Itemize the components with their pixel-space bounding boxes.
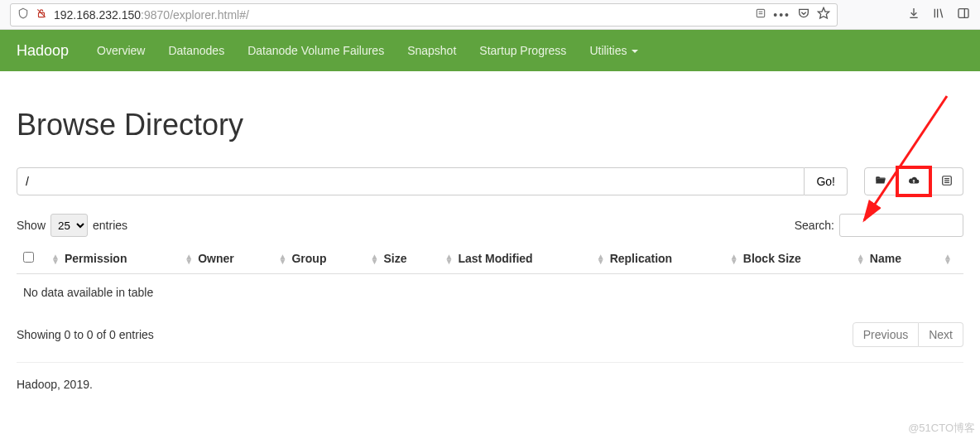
nav-overview[interactable]: Overview — [97, 44, 145, 57]
path-input[interactable] — [17, 167, 805, 195]
url-host: 192.168.232.150 — [54, 8, 141, 22]
sort-icon — [278, 254, 288, 264]
sort-icon — [944, 254, 954, 264]
url-box[interactable]: 192.168.232.150:9870/explorer.html#/ ••• — [10, 3, 838, 27]
col-last-modified[interactable]: Last Modified — [438, 244, 589, 274]
shield-icon — [17, 7, 29, 22]
download-icon[interactable] — [907, 7, 920, 22]
prev-page[interactable]: Previous — [853, 322, 919, 347]
entries-label: entries — [93, 219, 127, 232]
browser-right-icons — [907, 7, 970, 22]
nav-snapshot[interactable]: Snapshot — [407, 44, 456, 57]
ellipsis-icon[interactable]: ••• — [773, 8, 790, 22]
table-footer: Showing 0 to 0 of 0 entries Previous Nex… — [17, 322, 963, 363]
col-name[interactable]: Name — [850, 244, 937, 274]
search-input[interactable] — [839, 214, 963, 237]
col-group[interactable]: Group — [271, 244, 363, 274]
open-folder-button[interactable] — [864, 167, 897, 195]
reader-icon[interactable] — [755, 7, 766, 22]
empty-message: No data available in table — [17, 274, 963, 311]
upload-cloud-icon — [907, 175, 920, 189]
sort-icon — [597, 254, 607, 264]
library-icon[interactable] — [932, 7, 945, 22]
sort-icon — [730, 254, 740, 264]
search-control: Search: — [795, 214, 963, 237]
url-rest: :9870/explorer.html#/ — [141, 8, 249, 22]
page-container: Browse Directory Go! — [0, 71, 980, 399]
nav-volume-failures[interactable]: Datanode Volume Failures — [247, 44, 384, 57]
table-info: Showing 0 to 0 of 0 entries — [17, 328, 154, 341]
main-nav: Hadoop Overview Datanodes Datanode Volum… — [0, 30, 980, 71]
pagination: Previous Next — [853, 322, 963, 347]
search-label: Search: — [795, 219, 834, 232]
footer-text: Hadoop, 2019. — [17, 378, 963, 391]
nav-utilities[interactable]: Utilities — [589, 44, 637, 57]
sidebar-icon[interactable] — [957, 7, 970, 22]
show-label: Show — [17, 219, 46, 232]
pocket-icon[interactable] — [797, 7, 810, 22]
col-size[interactable]: Size — [363, 244, 438, 274]
file-table: Permission Owner Group Size Last Modifie… — [17, 244, 963, 311]
col-owner[interactable]: Owner — [178, 244, 271, 274]
col-actions — [937, 244, 963, 274]
path-input-group: Go! — [17, 167, 848, 195]
browser-address-bar: 192.168.232.150:9870/explorer.html#/ ••• — [0, 0, 980, 30]
brand[interactable]: Hadoop — [17, 42, 69, 60]
col-block-size[interactable]: Block Size — [723, 244, 850, 274]
length-control: Show 25 entries — [17, 214, 127, 237]
upload-button[interactable] — [897, 167, 930, 195]
select-all-checkbox[interactable] — [23, 252, 34, 263]
go-button[interactable]: Go! — [805, 167, 848, 195]
list-view-button[interactable] — [930, 167, 963, 195]
nav-startup-progress[interactable]: Startup Progress — [479, 44, 566, 57]
folder-open-icon — [874, 175, 887, 189]
path-row: Go! — [17, 167, 963, 195]
sort-icon — [370, 254, 380, 264]
empty-row: No data available in table — [17, 274, 963, 311]
next-page[interactable]: Next — [919, 322, 963, 347]
svg-rect-10 — [958, 9, 968, 18]
page-size-select[interactable]: 25 — [50, 214, 88, 237]
url-text: 192.168.232.150:9870/explorer.html#/ — [54, 8, 748, 22]
list-icon — [941, 175, 953, 189]
sort-icon — [444, 254, 454, 264]
star-icon[interactable] — [817, 7, 830, 22]
sort-icon — [857, 254, 867, 264]
sort-icon — [51, 254, 61, 264]
table-header-row: Permission Owner Group Size Last Modifie… — [17, 244, 963, 274]
svg-line-9 — [940, 9, 943, 18]
page-title: Browse Directory — [17, 108, 963, 142]
datatable-controls: Show 25 entries Search: — [17, 214, 963, 237]
col-replication[interactable]: Replication — [590, 244, 723, 274]
nav-datanodes[interactable]: Datanodes — [168, 44, 224, 57]
col-permission[interactable]: Permission — [45, 244, 178, 274]
toolbar-buttons — [864, 167, 963, 195]
svg-marker-5 — [818, 7, 829, 18]
lock-slash-icon — [36, 7, 47, 22]
sort-icon — [185, 254, 195, 264]
